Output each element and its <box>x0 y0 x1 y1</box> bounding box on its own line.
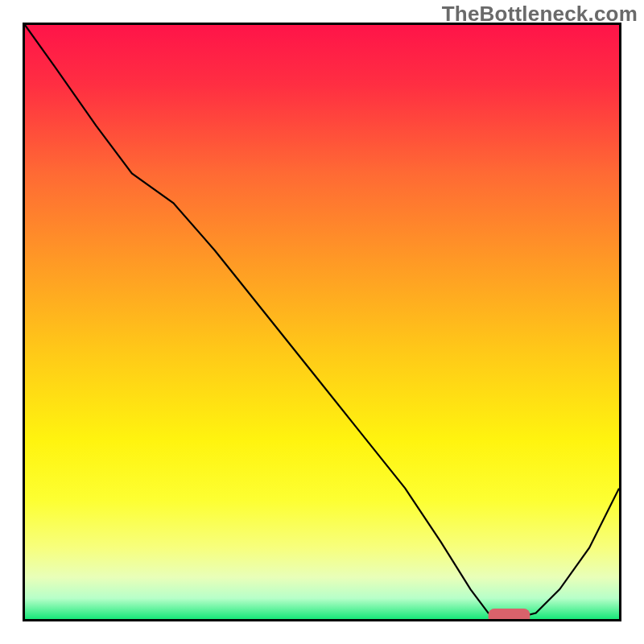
plot-area <box>23 23 621 621</box>
chart-frame: TheBottleneck.com <box>0 0 644 644</box>
optimal-marker <box>25 25 619 619</box>
svg-rect-1 <box>489 609 530 619</box>
